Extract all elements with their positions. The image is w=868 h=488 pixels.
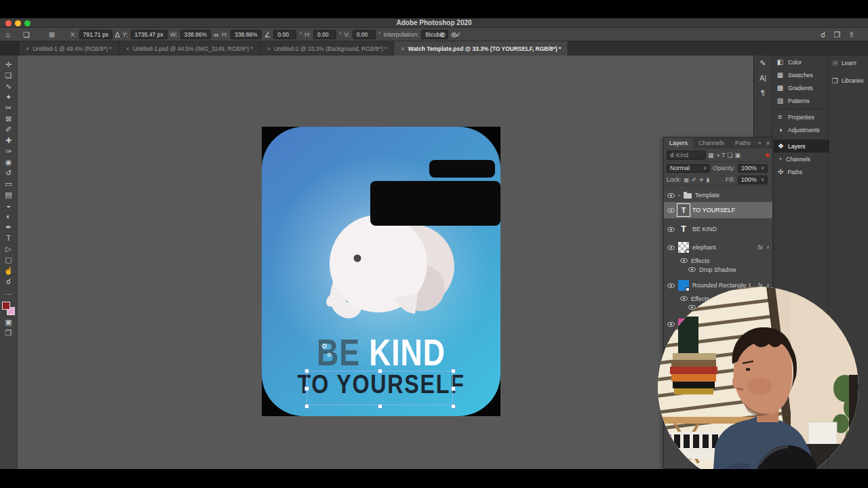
frame-tool[interactable]: ⊠ <box>2 113 16 124</box>
character-panel-icon[interactable]: A| <box>754 70 772 85</box>
lock-pixels-icon[interactable]: ✐ <box>692 177 696 183</box>
visibility-eye-icon[interactable] <box>667 193 675 198</box>
reference-point-icon[interactable]: ⊞ <box>49 30 55 39</box>
tab-untitled-1-psd[interactable]: × Untitled-1.psd @ 44.5% (IMG_3149, RGB/… <box>119 41 260 56</box>
paths-panel-button[interactable]: ✣ Paths <box>774 165 829 178</box>
blend-mode-select[interactable]: Normal ∨ <box>667 164 710 173</box>
patterns-panel-button[interactable]: ▨ Patterns <box>772 94 827 107</box>
visibility-eye-icon[interactable] <box>667 227 675 232</box>
vskew-input[interactable]: 0.00 <box>353 30 376 39</box>
home-icon[interactable]: ⌂ <box>5 30 10 39</box>
lock-position-icon[interactable]: ✛ <box>699 177 704 183</box>
healing-brush-tool[interactable]: ✚ <box>2 135 16 146</box>
zoom-tool[interactable]: ☌ <box>2 276 16 287</box>
hand-tool[interactable]: ☝ <box>2 265 16 276</box>
maintain-aspect-icon[interactable]: ∞ <box>214 30 219 39</box>
object-selection-tool[interactable]: ✦ <box>2 92 16 102</box>
channels-panel-button[interactable]: ◔ Channels <box>774 152 829 165</box>
pen-tool[interactable]: ✒ <box>2 222 16 232</box>
close-tab-icon[interactable]: × <box>126 45 130 52</box>
fx-label[interactable]: fx <box>758 244 763 251</box>
eraser-tool[interactable]: ▭ <box>2 178 16 189</box>
move-tool[interactable]: ✛ <box>2 59 16 70</box>
headline-text[interactable]: BE KIND <box>285 333 477 371</box>
adjustments-panel-button[interactable]: ◑ Adjustments <box>772 123 827 136</box>
commit-transform-icon[interactable]: ✓ <box>455 30 461 39</box>
transform-handle[interactable] <box>451 386 456 391</box>
effects-row[interactable]: Effects <box>664 256 772 265</box>
tab-untitled-2[interactable]: × Untitled-2 @ 33.3% (Background, RGB/8*… <box>260 41 395 56</box>
bounding-box-icon[interactable]: ❏ <box>23 30 30 39</box>
visibility-eye-icon[interactable] <box>667 245 675 250</box>
width-input[interactable]: 338.86% <box>180 30 212 39</box>
angle-input[interactable]: 0.00 <box>273 30 296 39</box>
transform-handle[interactable] <box>451 369 456 373</box>
filter-adjustment-icon[interactable]: ◑ <box>716 152 719 159</box>
visibility-eye-icon[interactable] <box>667 322 675 327</box>
collapse-effects-icon[interactable]: ∧ <box>766 245 770 250</box>
visibility-eye-icon[interactable] <box>667 208 675 213</box>
brushes-panel-icon[interactable]: ✎ <box>754 56 772 70</box>
height-input[interactable]: 338.86% <box>231 30 262 39</box>
collapse-panel-icon[interactable]: » <box>758 140 764 146</box>
clone-stamp-tool[interactable]: ◉ <box>2 157 16 167</box>
history-brush-tool[interactable]: ↺ <box>2 167 16 178</box>
tab-paths[interactable]: Paths <box>730 138 756 148</box>
path-selection-tool[interactable]: ▷ <box>2 243 16 254</box>
layer-row-template-group[interactable]: › Template <box>664 188 772 202</box>
blur-tool[interactable]: ◒ <box>2 200 16 211</box>
lock-transparency-icon[interactable]: ▦ <box>684 177 690 183</box>
tab-watch-template[interactable]: × Watch Template.psd @ 33.3% (TO YOURSEL… <box>394 41 568 56</box>
visibility-eye-icon[interactable] <box>680 296 688 301</box>
quick-mask-icon[interactable]: ▣ <box>2 317 16 327</box>
layer-row-to-yourself[interactable]: T TO YOURSELF <box>664 202 772 218</box>
transform-bounding-box[interactable] <box>307 371 453 405</box>
share-icon[interactable]: ⇧ <box>848 30 854 39</box>
transform-handle[interactable] <box>304 369 309 373</box>
gradient-tool[interactable]: ▤ <box>2 189 16 200</box>
relative-position-icon[interactable]: ∆ <box>115 30 120 39</box>
x-input[interactable]: 791.71 px <box>79 30 113 39</box>
swatches-panel-button[interactable]: ▦ Swatches <box>772 68 827 81</box>
transform-handle[interactable] <box>378 404 382 409</box>
tab-layers[interactable]: Layers <box>664 138 693 148</box>
lock-all-icon[interactable]: ▮ <box>706 177 709 183</box>
close-tab-icon[interactable]: × <box>26 45 29 52</box>
filter-pixel-icon[interactable]: ▦ <box>708 152 714 159</box>
gradients-panel-button[interactable]: ▩ Gradients <box>772 81 827 94</box>
edit-toolbar-icon[interactable]: … <box>2 287 16 298</box>
workspace-icon[interactable]: ❐ <box>833 30 840 39</box>
transform-handle[interactable] <box>451 404 456 409</box>
cancel-transform-icon[interactable]: ⊘ <box>439 30 446 39</box>
visibility-eye-icon[interactable] <box>688 267 696 272</box>
brush-tool[interactable]: ✑ <box>2 146 16 157</box>
type-tool[interactable]: T <box>2 232 16 243</box>
paragraph-panel-icon[interactable]: ¶ <box>754 85 772 100</box>
fill-select[interactable]: 100% ∨ <box>738 176 768 184</box>
filter-shape-icon[interactable]: ❏ <box>727 152 732 159</box>
properties-panel-button[interactable]: ≡ Properties <box>772 110 827 123</box>
close-tab-icon[interactable]: × <box>267 45 271 52</box>
layer-row-be-kind[interactable]: T BE KIND <box>664 221 772 237</box>
hskew-input[interactable]: 0.00 <box>313 30 336 39</box>
layers-panel-button[interactable]: ❖ Layers <box>774 140 829 152</box>
dodge-tool[interactable]: ◐ <box>2 211 16 222</box>
tab-untitled-1[interactable]: × Untitled-1 @ 49.4% (RGB/8*) * <box>19 41 119 56</box>
search-icon[interactable]: ☌ <box>821 30 825 39</box>
marquee-tool[interactable]: ❏ <box>2 70 16 81</box>
filter-type-icon[interactable]: T <box>722 152 726 159</box>
group-expander-icon[interactable]: › <box>678 192 680 199</box>
opacity-select[interactable]: 100% ∨ <box>738 164 768 173</box>
visibility-eye-icon[interactable] <box>667 283 675 288</box>
tab-channels[interactable]: Channels <box>693 138 730 148</box>
y-input[interactable]: 1735.47 px <box>131 30 167 39</box>
screen-mode-icon[interactable]: ❐ <box>2 327 16 338</box>
libraries-panel-button[interactable]: ❒ Libraries <box>829 75 868 87</box>
transform-handle[interactable] <box>304 386 309 391</box>
filter-kind-select[interactable]: ☌ Kind <box>667 150 706 160</box>
filter-smart-object-icon[interactable]: ▣ <box>735 152 741 159</box>
crop-tool[interactable]: ✂ <box>2 102 16 113</box>
filter-toggle-icon[interactable] <box>766 153 770 157</box>
lasso-tool[interactable]: ∿ <box>2 81 16 92</box>
drop-shadow-row[interactable]: Drop Shadow <box>664 265 772 274</box>
